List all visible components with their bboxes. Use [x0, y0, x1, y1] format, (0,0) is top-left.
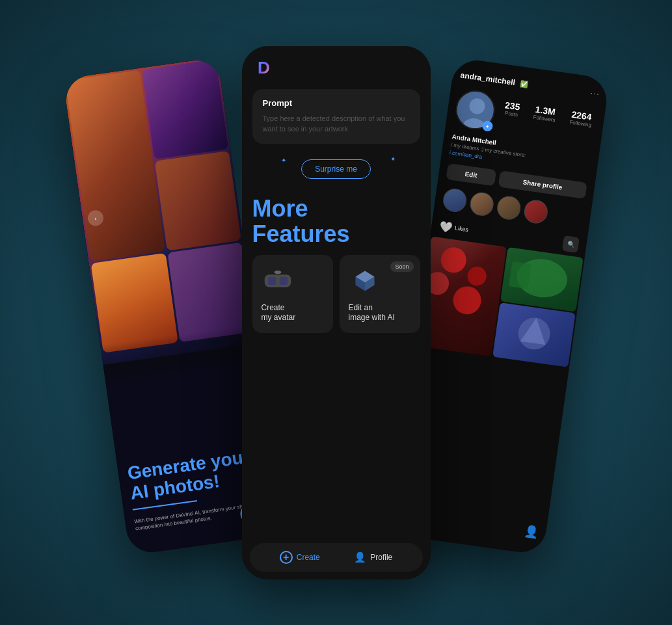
profile-person-icon: 👤	[354, 552, 366, 563]
more-features-title-line1: More	[252, 196, 317, 222]
center-phone: D Prompt Type here a detected descriptio…	[242, 46, 431, 579]
vr-headset-icon	[263, 270, 292, 291]
create-label: Create	[297, 553, 320, 562]
feature-name-edit: Edit animage with AI	[349, 303, 395, 323]
image-cell-2	[141, 59, 228, 159]
create-plus-icon: +	[280, 551, 293, 564]
svg-rect-4	[276, 278, 279, 284]
surprise-area: ✦ Surprise me ✦	[242, 154, 431, 189]
profile-label: Profile	[370, 553, 392, 562]
story-4[interactable]	[522, 198, 549, 225]
photo-decoration-2	[500, 247, 583, 310]
heart-icon: 🤍	[438, 219, 453, 233]
surprise-button[interactable]: Surprise me	[301, 159, 371, 179]
center-header: D	[242, 46, 431, 85]
app-logo: D	[255, 58, 276, 79]
svg-point-14	[466, 265, 487, 287]
search-button[interactable]: 🔍	[561, 235, 579, 253]
svg-rect-2	[268, 276, 276, 284]
photo-grid	[414, 236, 584, 367]
svg-point-13	[439, 246, 468, 274]
photo-3[interactable]	[492, 302, 576, 367]
likes-area: 🤍 Likes	[438, 219, 469, 235]
left-image-grid	[62, 57, 256, 354]
nav-profile[interactable]: 👤 Profile	[354, 552, 392, 563]
avatar-icon-wrap	[262, 264, 294, 297]
edit-icon-wrap	[349, 264, 381, 297]
sparkle-icon-2: ✦	[390, 155, 396, 163]
profile-person-icon-right[interactable]: 👤	[522, 523, 539, 539]
username: andra_mitchell	[459, 70, 515, 87]
story-1[interactable]	[441, 187, 468, 213]
more-features-title-line2: Features	[252, 221, 420, 247]
edit-profile-button[interactable]: Edit	[446, 163, 496, 186]
avatar-wrap: +	[453, 88, 497, 132]
verified-badge: ✅	[519, 80, 528, 88]
photo-decoration-3	[492, 302, 575, 365]
photo-2[interactable]	[500, 247, 584, 312]
svg-point-16	[451, 284, 482, 315]
stat-followers: 1.3M Followers	[533, 103, 557, 123]
more-options-icon[interactable]: ···	[589, 87, 600, 99]
svg-rect-3	[279, 276, 287, 284]
feature-name-avatar: Createmy avatar	[262, 303, 296, 323]
features-grid: Createmy avatar Soon	[252, 255, 420, 333]
story-3[interactable]	[495, 194, 522, 221]
phones-container: ‹ Generate your AI photos! With the powe…	[83, 27, 590, 599]
stat-following: 2264 Following	[569, 109, 593, 127]
svg-rect-19	[509, 261, 531, 289]
bottom-nav: + Create 👤 Profile	[250, 543, 423, 572]
story-2[interactable]	[468, 191, 495, 217]
image-cell-4	[154, 150, 241, 250]
more-features-section: More Features	[242, 189, 431, 342]
feature-card-edit[interactable]: Soon Edit animage with AI	[340, 255, 420, 333]
prompt-card: Prompt Type here a detected description …	[252, 89, 420, 144]
stat-posts: 235 Posts	[503, 100, 520, 118]
prompt-placeholder-text: Type here a detected description of what…	[263, 113, 410, 135]
svg-point-5	[274, 271, 281, 274]
username-area: andra_mitchell ✅	[459, 68, 528, 89]
sparkle-icon-1: ✦	[281, 157, 286, 164]
feature-card-avatar[interactable]: Createmy avatar	[252, 255, 333, 333]
svg-text:D: D	[258, 58, 270, 77]
center-inner: D Prompt Type here a detected descriptio…	[242, 46, 431, 579]
cube-icon	[353, 269, 377, 292]
nav-create[interactable]: + Create	[280, 551, 320, 564]
soon-badge: Soon	[390, 261, 413, 272]
prompt-label: Prompt	[263, 98, 410, 108]
likes-label: Likes	[454, 224, 468, 233]
